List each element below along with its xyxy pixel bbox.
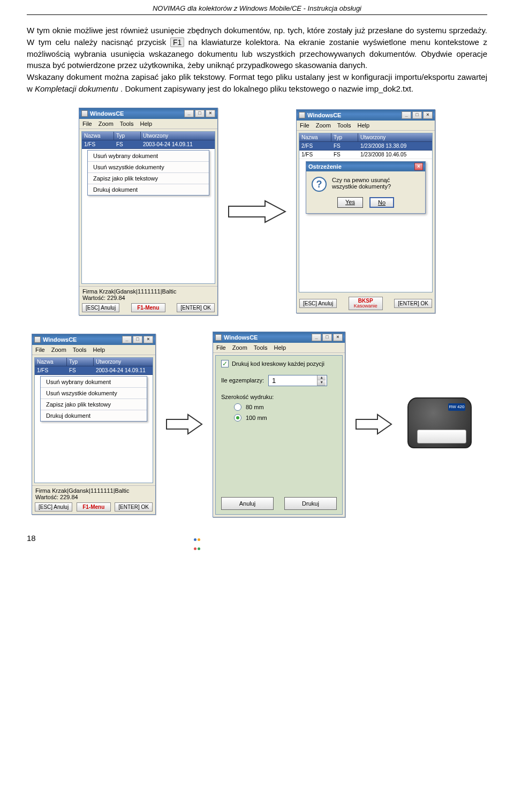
dialog-close-button[interactable]: × xyxy=(414,163,423,170)
footer-info: Firma Krzak|Gdansk|1111111|Baltic Wartoś… xyxy=(79,286,217,301)
table-row[interactable]: 2/FS FS 1/23/2008 13.38.09 xyxy=(299,142,432,151)
dialog-titlebar[interactable]: Ostrzeżenie × xyxy=(306,162,425,171)
spinner[interactable]: ▲▼ xyxy=(317,375,326,386)
radio-100[interactable]: 100 mm xyxy=(234,414,337,422)
radio-80[interactable]: 80 mm xyxy=(234,403,337,411)
table-row[interactable]: 1/FS FS 1/23/2008 10.46.05 xyxy=(299,151,432,159)
para-text: . Dokument zapisywany jest do lokalnego … xyxy=(120,84,413,93)
enter-button[interactable]: [ENTER] OK xyxy=(115,502,153,512)
radio-label: 80 mm xyxy=(246,404,264,410)
titlebar[interactable]: WindowsCE _ □ × xyxy=(213,332,345,343)
minimize-button[interactable]: _ xyxy=(312,334,321,341)
close-button[interactable]: × xyxy=(423,111,433,119)
cancel-button[interactable]: Anuluj xyxy=(221,497,274,510)
dialog-body: ? Czy na pewno usunąć wszystkie dokument… xyxy=(306,171,425,195)
ctx-delete-all[interactable]: Usuń wszystkie dokumenty xyxy=(41,388,147,399)
f1-button[interactable]: F1-Menu xyxy=(131,303,165,312)
ctx-delete-selected[interactable]: Usuń wybrany dokument xyxy=(41,377,147,388)
bksp-button[interactable]: BKSP Kasowanie xyxy=(349,297,383,310)
minimize-button[interactable]: _ xyxy=(122,336,132,343)
titlebar[interactable]: WindowsCE _ □ × xyxy=(297,110,435,121)
info-line: Wartość: 229.84 xyxy=(82,295,214,301)
menu-help[interactable]: Help xyxy=(274,344,286,351)
menubar[interactable]: File Zoom Tools Help xyxy=(32,345,155,355)
table-row[interactable]: 1/FS FS 2003-04-24 14.09.11 xyxy=(82,140,215,149)
printer-image: RW 420 xyxy=(402,384,482,464)
yes-button[interactable]: Yes xyxy=(337,197,363,208)
window-ctx-menu-2: WindowsCE _ □ × File Zoom Tools Help Naz… xyxy=(32,334,156,515)
page-footer: 18 xyxy=(27,533,487,544)
menubar[interactable]: File Zoom Tools Help xyxy=(79,119,217,129)
menu-file[interactable]: File xyxy=(300,122,309,129)
check-icon: ✓ xyxy=(221,360,229,367)
close-button[interactable]: × xyxy=(143,336,153,343)
esc-button[interactable]: [ESC] Anuluj xyxy=(299,299,337,308)
esc-button[interactable]: [ESC] Anuluj xyxy=(82,303,119,312)
cell-type: FS xyxy=(114,140,141,148)
para-italic: Kompletacji dokumentu xyxy=(35,84,118,93)
ctx-save-text[interactable]: Zapisz jako plik tekstowy xyxy=(41,399,147,410)
col-type: Typ xyxy=(114,132,141,140)
maximize-button[interactable]: □ xyxy=(195,110,205,117)
client-area: Nazwa Typ Utworzony 2/FS FS 1/23/2008 13… xyxy=(299,133,433,292)
app-icon xyxy=(299,112,305,118)
menu-tools[interactable]: Tools xyxy=(337,122,351,129)
copies-value[interactable] xyxy=(269,375,317,386)
menu-zoom[interactable]: Zoom xyxy=(316,122,331,129)
copies-input[interactable]: ▲▼ xyxy=(268,375,327,386)
context-menu[interactable]: Usuń wybrany dokument Usuń wszystkie dok… xyxy=(87,150,209,196)
menu-zoom[interactable]: Zoom xyxy=(232,344,247,351)
minimize-button[interactable]: _ xyxy=(402,111,411,119)
print-button[interactable]: Drukuj xyxy=(284,497,337,510)
col-type: Typ xyxy=(67,358,94,366)
cell-name: 1/FS xyxy=(82,140,114,148)
menu-help[interactable]: Help xyxy=(140,121,153,127)
print-footer-buttons: Anuluj Drukuj xyxy=(221,497,337,510)
dialog-title: Ostrzeżenie xyxy=(308,163,342,170)
info-line: Firma Krzak|Gdansk|1111111|Baltic xyxy=(82,288,214,295)
menu-tools[interactable]: Tools xyxy=(120,121,134,127)
titlebar[interactable]: WindowsCE _ □ × xyxy=(32,334,155,345)
footer-buttons: [ESC] Anuluj BKSP Kasowanie [ENTER] OK xyxy=(297,295,435,313)
title-text: WindowsCE xyxy=(90,110,124,117)
ctx-delete-all[interactable]: Usuń wszystkie dokumenty xyxy=(88,162,209,173)
minimize-button[interactable]: _ xyxy=(184,110,194,117)
enter-button[interactable]: [ENTER] OK xyxy=(177,303,215,312)
menu-help[interactable]: Help xyxy=(93,347,105,353)
menu-file[interactable]: File xyxy=(216,344,226,351)
maximize-button[interactable]: □ xyxy=(412,111,422,119)
no-button[interactable]: No xyxy=(369,197,394,208)
close-button[interactable]: × xyxy=(206,110,215,117)
menu-tools[interactable]: Tools xyxy=(73,347,87,353)
ctx-delete-selected[interactable]: Usuń wybrany dokument xyxy=(88,151,209,162)
ctx-print[interactable]: Drukuj dokument xyxy=(41,410,147,421)
ctx-print[interactable]: Drukuj dokument xyxy=(88,184,209,195)
esc-button[interactable]: [ESC] Anuluj xyxy=(35,502,72,512)
menubar[interactable]: File Zoom Tools Help xyxy=(297,121,435,131)
enter-button[interactable]: [ENTER] OK xyxy=(394,299,432,308)
f1-button[interactable]: F1-Menu xyxy=(77,502,111,512)
menu-file[interactable]: File xyxy=(35,347,45,353)
checkbox-barcode[interactable]: ✓ Drukuj kod kreskowy każdej pozycji xyxy=(221,360,337,367)
menu-zoom[interactable]: Zoom xyxy=(99,121,114,127)
ctx-save-text[interactable]: Zapisz jako plik tekstowy xyxy=(88,173,209,184)
col-type: Typ xyxy=(331,133,358,141)
maximize-button[interactable]: □ xyxy=(133,336,142,343)
copies-label: Ile egzemplarzy: xyxy=(221,377,264,384)
table-row[interactable]: 1/FS FS 2003-04-24 14.09.11 xyxy=(35,366,153,375)
table-header: Nazwa Typ Utworzony xyxy=(35,358,153,366)
radio-icon xyxy=(234,414,241,422)
menubar[interactable]: File Zoom Tools Help xyxy=(213,343,345,353)
col-name: Nazwa xyxy=(299,133,331,141)
context-menu[interactable]: Usuń wybrany dokument Usuń wszystkie dok… xyxy=(40,376,147,422)
menu-help[interactable]: Help xyxy=(358,122,370,129)
menu-tools[interactable]: Tools xyxy=(254,344,268,351)
maximize-button[interactable]: □ xyxy=(322,334,332,341)
table-header: Nazwa Typ Utworzony xyxy=(299,133,432,142)
menu-file[interactable]: File xyxy=(82,121,92,127)
close-button[interactable]: × xyxy=(333,334,343,341)
menu-zoom[interactable]: Zoom xyxy=(51,347,66,353)
titlebar[interactable]: WindowsCE _ □ × xyxy=(79,108,217,119)
footer-buttons: [ESC] Anuluj F1-Menu [ENTER] OK xyxy=(32,500,155,514)
cell-name: 1/FS xyxy=(299,151,331,159)
